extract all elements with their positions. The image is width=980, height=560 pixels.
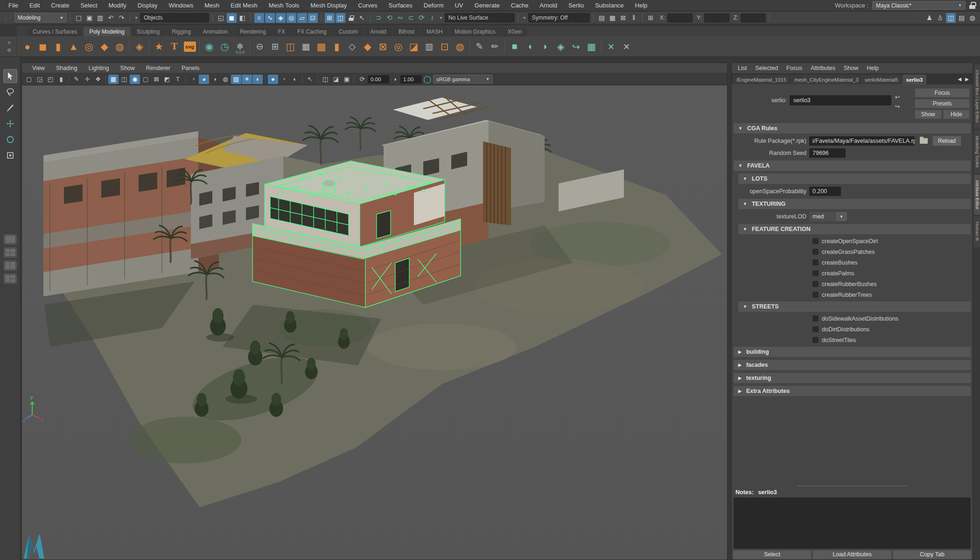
- shelf-tab-mash[interactable]: MASH: [421, 27, 448, 36]
- construction-history-icon[interactable]: ⟲: [385, 13, 394, 23]
- poly-sphere-icon[interactable]: ●: [20, 39, 35, 54]
- chevron-down-icon[interactable]: ▼: [523, 16, 526, 20]
- hide-button[interactable]: Hide: [943, 110, 970, 119]
- symmetry-field[interactable]: Symmetry: Off: [528, 13, 590, 22]
- textured-mode-icon[interactable]: ◍: [220, 75, 231, 84]
- history-wave-icon[interactable]: ∾: [395, 13, 405, 23]
- bevel-icon[interactable]: ◇: [344, 39, 360, 54]
- uv-crossed-arrows-icon[interactable]: ×: [603, 39, 619, 54]
- presets-button[interactable]: Presets: [915, 99, 970, 108]
- chevron-down-icon[interactable]: ▼: [439, 16, 443, 20]
- load-attributes-button[interactable]: Load Attributes: [812, 550, 891, 560]
- section-cga-rules[interactable]: ▼ CGA Rules: [734, 123, 971, 133]
- shelf-tab-poly-modeling[interactable]: Poly Modeling: [84, 27, 130, 36]
- menu-display[interactable]: Display: [132, 2, 163, 9]
- poly-cone-icon[interactable]: ▲: [66, 39, 81, 54]
- paint-select-tool[interactable]: [3, 101, 17, 115]
- live-surface-field[interactable]: No Live Surface: [445, 13, 515, 22]
- shelf-tab-custom[interactable]: Custom: [333, 27, 364, 36]
- section-texturing-collapsed[interactable]: ▶ texturing: [734, 373, 971, 383]
- 2d-pan-zoom-icon[interactable]: ✛: [82, 75, 92, 84]
- shelf-tab-rendering[interactable]: Rendering: [234, 27, 271, 36]
- select-tool[interactable]: [3, 69, 17, 83]
- snap-point-icon[interactable]: ◈: [276, 13, 286, 23]
- sidebar-channel-box-icon[interactable]: ◍: [967, 13, 977, 23]
- ae-menu-show[interactable]: Show: [840, 65, 862, 71]
- output-connections-icon[interactable]: ⊂: [406, 13, 416, 23]
- safe-title-icon[interactable]: T: [173, 75, 183, 84]
- z-input[interactable]: [741, 14, 766, 22]
- exposure-toggle-icon[interactable]: ▣: [342, 75, 352, 84]
- lasso-tool[interactable]: [3, 85, 17, 99]
- refresh-icon[interactable]: ⟳: [357, 75, 367, 84]
- history-toggle-icon[interactable]: ⟳: [417, 13, 427, 23]
- shelf-tab-bifrost[interactable]: Bifrost: [393, 27, 420, 36]
- svg-tool-icon[interactable]: svg: [182, 39, 197, 54]
- uv-cube-icon[interactable]: ◈: [553, 39, 568, 54]
- motion-blur-icon[interactable]: ●: [268, 75, 278, 84]
- layout-two-pane-button[interactable]: [4, 260, 17, 271]
- open-scene-icon[interactable]: ▣: [84, 13, 94, 23]
- menu-deform[interactable]: Deform: [418, 2, 449, 9]
- curve-pen-icon[interactable]: ✎: [472, 39, 487, 54]
- menu-windows[interactable]: Windows: [163, 2, 199, 9]
- platonic-solid-icon[interactable]: ◈: [132, 39, 147, 54]
- combine-icon[interactable]: ⊖: [252, 39, 267, 54]
- notes-textarea[interactable]: [734, 497, 971, 549]
- sidebar-tab-human-ik[interactable]: Human IK: [974, 216, 980, 247]
- menu-create[interactable]: Create: [45, 2, 75, 9]
- selection-mask-dropdown[interactable]: Objects: [140, 13, 209, 22]
- quad-draw-icon[interactable]: ✏: [487, 39, 503, 54]
- vp-menu-renderer[interactable]: Renderer: [140, 65, 176, 71]
- gamma-toggle-icon[interactable]: ◑: [390, 75, 400, 84]
- lock-selection-icon[interactable]: [346, 13, 356, 23]
- section-lots[interactable]: ▼ LOTS: [738, 174, 971, 184]
- wireframe-mode-icon[interactable]: ◔: [188, 75, 198, 84]
- ae-menu-list[interactable]: List: [734, 65, 751, 71]
- resolution-gate-icon[interactable]: ◉: [130, 75, 140, 84]
- checkbox[interactable]: [812, 281, 819, 287]
- circularize-icon[interactable]: ◎: [391, 39, 406, 54]
- vp-menu-shading[interactable]: Shading: [50, 65, 83, 71]
- exposure-field[interactable]: 0.00: [368, 75, 389, 84]
- cycle-back-icon[interactable]: ↩: [895, 94, 900, 100]
- vp-menu-panels[interactable]: Panels: [176, 65, 205, 71]
- uv-camera-icon[interactable]: ◗: [538, 39, 553, 54]
- copy-tab-button[interactable]: Copy Tab: [893, 550, 972, 560]
- target-weld-icon[interactable]: ⊡: [437, 39, 452, 54]
- menu-set-dropdown[interactable]: Modeling ▼: [14, 13, 67, 22]
- poly-disc-icon[interactable]: ◍: [112, 39, 127, 54]
- shadows-icon[interactable]: ☀: [242, 75, 252, 84]
- section-streets[interactable]: ▼ STREETS: [738, 301, 971, 312]
- viewport-scene[interactable]: y x z: [22, 85, 727, 560]
- xray-icon[interactable]: ◫: [320, 75, 330, 84]
- layout-outliner-button[interactable]: [4, 273, 17, 284]
- gate-mask-icon[interactable]: ▢: [140, 75, 151, 84]
- edge-flow-icon[interactable]: ◪: [406, 39, 421, 54]
- uv-contour-icon[interactable]: ↪: [568, 39, 584, 54]
- texture-lod-dropdown[interactable]: med: [809, 212, 835, 221]
- menu-modify[interactable]: Modify: [103, 2, 132, 9]
- texture-lod-dropdown-button[interactable]: ▼: [836, 212, 847, 221]
- menu-edit[interactable]: Edit: [24, 2, 45, 9]
- select-camera-icon[interactable]: ▢: [24, 75, 34, 84]
- uv-auto-icon[interactable]: ◖: [522, 39, 538, 54]
- render-settings-icon[interactable]: ⊠: [618, 13, 628, 23]
- open-space-field[interactable]: 0.200: [809, 187, 841, 196]
- checkbox[interactable]: [812, 337, 819, 343]
- field-chart-icon[interactable]: ⊠: [151, 75, 161, 84]
- menu-mesh-display[interactable]: Mesh Display: [305, 2, 352, 9]
- multi-cut-icon[interactable]: ⊠: [375, 39, 391, 54]
- shelf-tab-sculpting[interactable]: Sculpting: [131, 27, 165, 36]
- checkbox[interactable]: [812, 249, 819, 255]
- camera-attributes-icon[interactable]: ◰: [45, 75, 56, 84]
- checkbox[interactable]: [812, 315, 819, 322]
- duplicate-face-icon[interactable]: ▥: [421, 39, 437, 54]
- move-tool[interactable]: [3, 117, 17, 131]
- node-name-field[interactable]: serlio3: [790, 95, 891, 105]
- new-scene-icon[interactable]: ▢: [74, 13, 84, 23]
- section-facades[interactable]: ▶ facades: [734, 360, 971, 370]
- safe-action-icon[interactable]: ◩: [162, 75, 172, 84]
- browse-folder-button[interactable]: [917, 136, 930, 146]
- checkbox[interactable]: [812, 270, 819, 276]
